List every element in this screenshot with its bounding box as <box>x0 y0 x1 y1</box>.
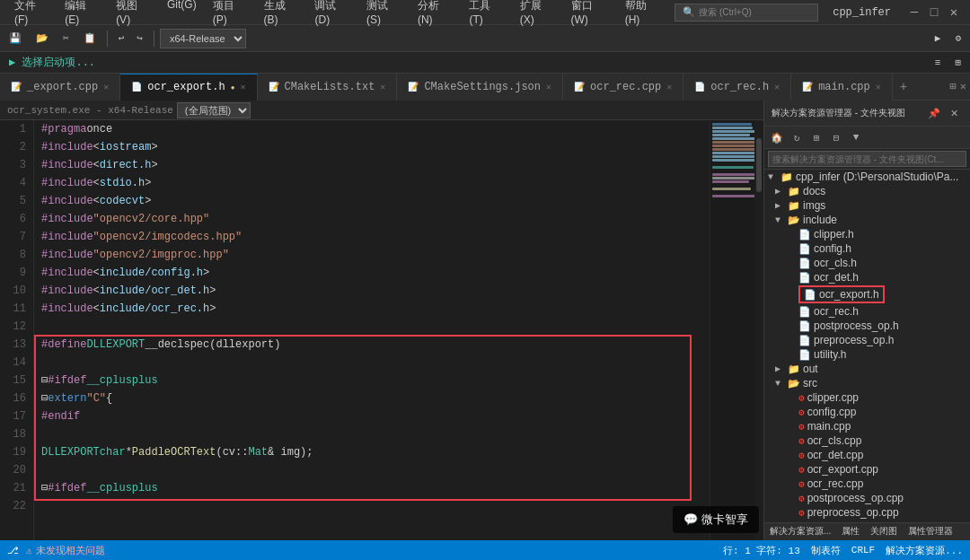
menu-item[interactable]: 帮助(H) <box>618 0 668 28</box>
tree-item-postprocess_op.cpp[interactable]: ⚙postprocess_op.cpp <box>764 491 970 505</box>
tab-close-btn[interactable]: ✕ <box>240 82 245 92</box>
toolbar-icon-3[interactable]: ✂ <box>57 31 75 46</box>
tab-7[interactable]: 📝main.cpp✕ <box>791 74 893 101</box>
scope-select[interactable]: (全局范围) <box>177 102 251 118</box>
tree-item-ocr_export.h[interactable]: 📄ocr_export.h <box>764 284 970 304</box>
error-indicator[interactable]: ⚠ 未发现相关问题 <box>26 544 105 557</box>
menu-item[interactable]: 编辑(E) <box>57 0 107 28</box>
refresh-btn[interactable]: ⊞ <box>807 128 825 146</box>
align-icon-2[interactable]: ⊞ <box>949 55 966 70</box>
tab-6[interactable]: 📄ocr_rec.h✕ <box>683 74 791 101</box>
tree-item-config.cpp[interactable]: ⚙config.cpp <box>764 405 970 419</box>
toolbar-icon-2[interactable]: 📂 <box>31 31 54 46</box>
close-all-btn[interactable]: ✕ <box>960 80 966 93</box>
tree-item-imgs[interactable]: ▶📁imgs <box>764 198 970 213</box>
line-number-11: 11 <box>7 300 26 318</box>
minimize-btn[interactable]: ─ <box>905 4 923 22</box>
menu-item[interactable]: 分析(N) <box>410 0 461 28</box>
tree-item-postprocess_op.h[interactable]: 📄postprocess_op.h <box>764 319 970 333</box>
label-docs: docs <box>803 185 825 197</box>
tree-item-clipper.h[interactable]: 📄clipper.h <box>764 227 970 241</box>
tree-item-ocr_det.cpp[interactable]: ⚙ocr_det.cpp <box>764 448 970 462</box>
tree-item-config.h[interactable]: 📄config.h <box>764 241 970 256</box>
filter-btn[interactable]: ▼ <box>847 128 865 146</box>
tab-2[interactable]: 📄ocr_export.h●✕ <box>120 74 257 101</box>
tree-item-main.cpp[interactable]: ⚙main.cpp <box>764 419 970 433</box>
home-btn[interactable]: 🏠 <box>768 128 786 146</box>
tree-item-clipper.cpp[interactable]: ⚙clipper.cpp <box>764 390 970 405</box>
bottom-tabs: 解决方案资源... 属性 关闭图 属性管理器 <box>764 522 970 540</box>
tree-root[interactable]: ▼📁cpp_infer (D:\PersonalStudio\Pa... <box>764 170 970 184</box>
prop-mgr-tab[interactable]: 属性管理器 <box>903 523 958 540</box>
tab-close-btn[interactable]: ✕ <box>546 82 551 92</box>
scrollbar-thumb[interactable] <box>756 138 762 192</box>
menu-item[interactable]: 生成(B) <box>257 0 306 28</box>
toolbar-icon-5[interactable]: ▶ <box>930 31 947 46</box>
tree-item-ocr_cls.h[interactable]: 📄ocr_cls.h <box>764 256 970 270</box>
tab-3[interactable]: 📝CMakeLists.txt✕ <box>258 74 398 101</box>
icon-ocr_det.cpp: ⚙ <box>798 450 805 461</box>
tree-item-ocr_cls.cpp[interactable]: ⚙ocr_cls.cpp <box>764 433 970 448</box>
config-dropdown[interactable]: x64-Release <box>160 29 246 48</box>
tree-item-include[interactable]: ▼📂include <box>764 213 970 227</box>
collapse-btn[interactable]: ⊟ <box>827 128 845 146</box>
menu-item[interactable]: 视图(V) <box>109 0 158 28</box>
solution-tab[interactable]: 解决方案资源... <box>764 523 836 540</box>
maximize-btn[interactable]: □ <box>925 4 943 22</box>
menu-item[interactable]: 测试(S) <box>359 0 409 28</box>
code-line-11: #include <include/ocr_rec.h> <box>41 300 702 318</box>
tree-item-ocr_det.h[interactable]: 📄ocr_det.h <box>764 270 970 284</box>
toolbar-icon-1[interactable]: 💾 <box>4 31 27 46</box>
toolbar-icon-6[interactable]: ⚙ <box>949 31 966 46</box>
tree-item-out[interactable]: ▶📁out <box>764 362 970 376</box>
tab-icon: 📝 <box>574 82 585 92</box>
toolbar-icon-4[interactable]: 📋 <box>78 31 101 46</box>
code-line-20 <box>41 461 702 479</box>
tab-1[interactable]: 📝_export.cpp✕ <box>0 74 120 101</box>
menu-item[interactable]: 窗口(W) <box>564 0 616 28</box>
tab-close-btn[interactable]: ✕ <box>103 82 109 92</box>
tree-item-preprocess_op.cpp[interactable]: ⚙preprocess_op.cpp <box>764 505 970 520</box>
editor-scrollbar[interactable] <box>754 120 763 540</box>
sync-btn[interactable]: ↻ <box>788 128 806 146</box>
editor-scroll[interactable]: 12345678910111213141516171819202122 #pra… <box>0 120 763 540</box>
tree-item-docs[interactable]: ▶📁docs <box>764 184 970 198</box>
tree-search-input[interactable] <box>768 151 966 167</box>
close-btn[interactable]: ✕ <box>945 4 963 22</box>
menu-item[interactable]: 扩展(X) <box>513 0 562 28</box>
tab-close-btn[interactable]: ✕ <box>380 82 385 92</box>
tab-close-btn[interactable]: ✕ <box>876 82 881 92</box>
undo-btn[interactable]: ↩ <box>113 31 130 46</box>
icon-ocr_cls.h: 📄 <box>798 258 811 269</box>
tree-item-utility.h[interactable]: 📄utility.h <box>764 347 970 362</box>
tree-item-src[interactable]: ▼📂src <box>764 376 970 390</box>
tab-close-btn[interactable]: ✕ <box>666 82 672 92</box>
add-tab-btn[interactable]: + <box>893 80 914 94</box>
code-area[interactable]: #pragma once#include <iostream> #include… <box>34 120 710 540</box>
split-btn[interactable]: ⊞ <box>950 80 957 93</box>
props-tab[interactable]: 属性 <box>836 523 865 540</box>
status-bar: ⎇ ⚠ 未发现相关问题 行: 1 字符: 13 制表符 CRLF 解决方案资源.… <box>0 540 970 560</box>
search-box[interactable]: 🔍 搜索 (Ctrl+Q) <box>675 4 818 22</box>
menu-item[interactable]: 调试(D) <box>307 0 357 28</box>
menu-item[interactable]: 项目(P) <box>206 0 255 28</box>
tree-item-ocr_export.cpp[interactable]: ⚙ocr_export.cpp <box>764 462 970 477</box>
tree-item-preprocess_op.h[interactable]: 📄preprocess_op.h <box>764 333 970 347</box>
menu-item[interactable]: Git(G) <box>160 0 204 28</box>
pin-btn[interactable]: 📌 <box>925 104 943 122</box>
line-number-4: 4 <box>7 174 26 192</box>
panel-close-btn[interactable]: ✕ <box>945 104 963 122</box>
tree-item-ocr_rec.cpp[interactable]: ⚙ocr_rec.cpp <box>764 477 970 491</box>
tab-close-btn[interactable]: ✕ <box>774 82 780 92</box>
related-tab[interactable]: 关闭图 <box>865 523 903 540</box>
tree-item-ocr_rec.h[interactable]: 📄ocr_rec.h <box>764 304 970 319</box>
icon-postprocess_op.h: 📄 <box>798 320 811 332</box>
redo-btn[interactable]: ↪ <box>131 31 148 46</box>
align-icon-1[interactable]: ≡ <box>930 56 947 70</box>
play-btn[interactable]: ▶ 选择启动项... <box>4 53 101 72</box>
menu-item[interactable]: 工具(T) <box>462 0 510 28</box>
tab-5[interactable]: 📝ocr_rec.cpp✕ <box>563 74 683 101</box>
menu-item[interactable]: 文件(F) <box>7 0 56 28</box>
tab-4[interactable]: 📝CMakeSettings.json✕ <box>397 74 563 101</box>
watermark-text: 微卡智享 <box>701 512 748 526</box>
